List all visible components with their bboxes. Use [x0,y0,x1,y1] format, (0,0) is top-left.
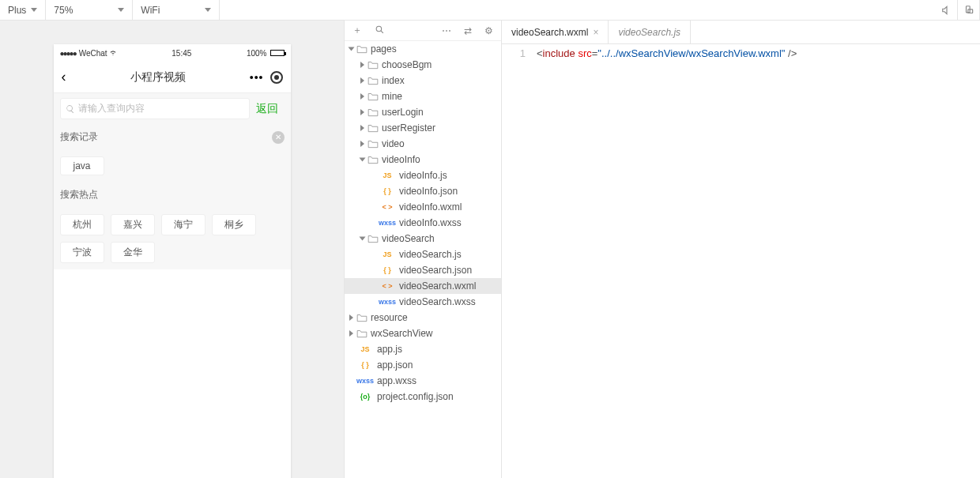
folder-icon [368,107,379,117]
collapse-icon[interactable]: ⇄ [464,25,472,36]
chevron-down-icon [31,8,37,12]
tree-label: videoInfo.json [399,186,458,197]
tree-label: videoInfo [382,154,420,165]
code-area[interactable]: 1 <include src="../../wxSearchView/wxSea… [502,44,980,478]
search-row: 请输入查询内容 返回 [54,93,291,124]
rotate-icon[interactable] [958,0,980,20]
folder-item[interactable]: chooseBgm [345,57,501,73]
filetype-icon: { } [379,187,396,195]
history-chips: java [54,150,291,182]
file-item[interactable]: JSvideoSearch.js [345,247,501,262]
code-line: <include src="../../wxSearchView/wxSearc… [533,44,797,478]
code-editor: videoSearch.wxml×videoSearch.js 1 <inclu… [502,21,980,478]
chip-item[interactable]: 金华 [111,242,155,263]
new-file-icon[interactable]: ＋ [352,24,362,37]
editor-tabs: videoSearch.wxml×videoSearch.js [502,21,980,44]
folder-item[interactable]: videoSearch [345,231,501,247]
clear-history-icon[interactable]: ✕ [272,131,285,144]
folder-item[interactable]: userLogin [345,104,501,120]
folder-item[interactable]: userRegister [345,120,501,136]
filetype-icon: JS [356,345,374,353]
folder-icon [368,139,379,149]
tree-label: pages [371,43,397,55]
file-item[interactable]: wxssvideoSearch.wxss [345,294,501,310]
tree-label: videoInfo.js [399,170,447,181]
file-item[interactable]: JSvideoInfo.js [345,167,501,183]
zoom-dropdown[interactable]: 75% [46,0,133,20]
tree-label: videoSearch.wxml [399,280,476,292]
devtools-topbar: Plus 75% WiFi [0,0,980,21]
folder-icon [356,44,368,54]
mini-program-navbar: ‹ 小程序视频 ••• [54,62,291,93]
tree-label: videoSearch.json [399,265,472,276]
chip-item[interactable]: java [60,156,104,175]
file-explorer: ＋ ⋯ ⇄ ⚙ pageschooseBgmindexmineuserLogin… [344,21,502,478]
history-section: 搜索记录 ✕ [54,124,291,150]
settings-icon[interactable]: ⚙ [484,25,493,36]
file-item[interactable]: { }videoSearch.json [345,262,501,278]
capsule-menu-icon[interactable]: ••• [250,71,264,84]
close-tab-icon[interactable]: × [593,27,598,38]
explorer-toolbar: ＋ ⋯ ⇄ ⚙ [345,21,501,41]
capsule-close-icon[interactable] [270,71,283,84]
search-input[interactable]: 请输入查询内容 [60,98,250,119]
folder-icon [356,329,368,338]
battery-label: 100% [247,49,267,58]
file-item[interactable]: JSapp.js [345,341,501,357]
filetype-icon: < > [379,282,396,290]
file-item[interactable]: { }app.json [345,357,501,373]
search-icon [66,104,75,114]
folder-item[interactable]: wxSearchView [345,326,501,341]
filetype-icon: { } [379,266,396,274]
device-dropdown[interactable]: Plus [0,0,46,20]
simulator-panel: ●●●●● WeChat 15:45 100% ‹ 小程序视频 ••• 请输入查… [0,21,344,478]
search-files-icon[interactable] [375,24,385,37]
filetype-icon: wxss [356,377,374,385]
chip-item[interactable]: 嘉兴 [111,214,155,235]
hot-section: 搜索热点 [54,182,291,208]
mute-icon[interactable] [936,0,958,20]
tree-label: videoSearch.js [399,249,462,260]
filetype-icon: { } [356,361,374,369]
folder-icon [368,155,379,164]
folder-icon [368,60,379,70]
tree-label: app.wxss [377,375,416,386]
folder-icon [356,313,368,322]
folder-item[interactable]: resource [345,310,501,326]
history-label: 搜索记录 [60,130,98,144]
chip-item[interactable]: 宁波 [60,242,104,263]
battery-icon [270,50,285,56]
file-item[interactable]: wxssvideoInfo.wxss [345,215,501,231]
file-item[interactable]: < >videoInfo.wxml [345,199,501,215]
folder-item[interactable]: mine [345,88,501,104]
chip-item[interactable]: 杭州 [60,214,104,235]
tree-label: video [382,138,405,149]
more-icon[interactable]: ⋯ [442,25,451,36]
file-item[interactable]: wxssapp.wxss [345,373,501,389]
tree-label: project.config.json [377,391,454,402]
phone-frame: ●●●●● WeChat 15:45 100% ‹ 小程序视频 ••• 请输入查… [54,44,291,478]
file-item[interactable]: < >videoSearch.wxml [345,278,501,294]
editor-tab[interactable]: videoSearch.wxml× [502,21,609,43]
folder-item[interactable]: videoInfo [345,152,501,167]
editor-tab[interactable]: videoSearch.js [609,21,691,43]
tree-label: app.js [377,344,402,355]
folder-icon [368,234,379,243]
network-dropdown[interactable]: WiFi [133,0,220,20]
folder-item[interactable]: pages [345,41,501,57]
status-bar: ●●●●● WeChat 15:45 100% [54,44,291,62]
carrier-label: WeChat [79,49,107,58]
chevron-down-icon [118,8,124,12]
folder-item[interactable]: index [345,73,501,88]
filetype-icon: JS [379,250,396,258]
file-item[interactable]: { }videoInfo.json [345,183,501,199]
hot-chips: 杭州嘉兴海宁桐乡宁波金华 [54,208,291,269]
folder-item[interactable]: video [345,136,501,152]
tree-label: videoSearch.wxss [399,296,476,307]
wifi-icon [109,50,117,56]
file-item[interactable]: {o}project.config.json [345,389,501,405]
chip-item[interactable]: 桐乡 [212,214,256,235]
chip-item[interactable]: 海宁 [161,214,205,235]
return-button[interactable]: 返回 [250,102,285,116]
signal-icon: ●●●●● [60,49,76,58]
